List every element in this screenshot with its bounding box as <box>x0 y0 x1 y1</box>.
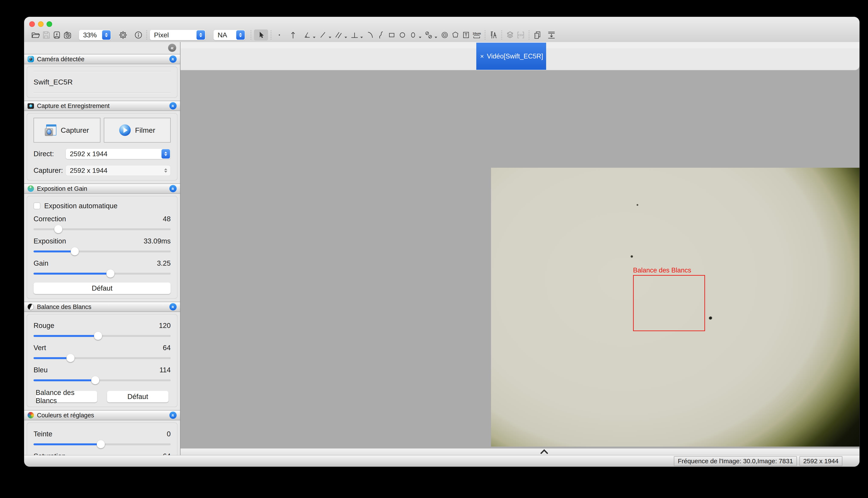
arrow-tool-icon[interactable] <box>288 29 298 41</box>
capture-panel-body: Capturer Filmer Direct: 2592 x 1944 Cap <box>27 113 178 181</box>
calibrate-tool-icon[interactable] <box>488 29 499 41</box>
divider <box>34 71 171 71</box>
perpendicular-tool-dropdown-icon[interactable] <box>360 37 363 38</box>
white-balance-panel-body: Rouge 120 Vert 64 Bleu 114 <box>27 314 178 407</box>
export-csv-icon[interactable]: CSV <box>515 29 526 41</box>
correction-slider[interactable] <box>34 224 171 234</box>
blue-slider[interactable] <box>34 375 171 385</box>
panel-header-colors[interactable]: Couleurs et réglages « <box>24 410 180 420</box>
correction-slider-thumb[interactable] <box>54 225 62 233</box>
zoom-level-value: 33% <box>79 31 102 39</box>
gain-label: Gain <box>34 259 49 267</box>
panel-header-white-balance[interactable]: Balance des Blancs « <box>24 302 180 312</box>
collapse-panel-button[interactable]: « <box>169 55 177 63</box>
open-file-icon[interactable] <box>30 29 41 41</box>
exposure-slider[interactable] <box>34 246 171 257</box>
correction-label: Correction <box>34 215 66 223</box>
red-label: Rouge <box>34 322 54 330</box>
scale-bar-tool-icon[interactable]: 10um <box>471 29 482 41</box>
save-icon[interactable] <box>41 29 51 41</box>
line-tool-dropdown-icon[interactable] <box>329 37 331 38</box>
close-tab-icon[interactable]: × <box>480 53 484 60</box>
unit-select[interactable]: Pixel <box>150 30 206 40</box>
info-icon[interactable] <box>133 29 144 41</box>
cursor-tool-icon[interactable] <box>254 29 268 41</box>
red-slider-thumb[interactable] <box>94 332 102 340</box>
camera-panel-body: Swift_EC5R <box>27 66 178 98</box>
parallel-tool-dropdown-icon[interactable] <box>345 37 347 38</box>
timed-capture-icon[interactable] <box>62 29 73 41</box>
red-slider[interactable] <box>34 331 171 341</box>
perpendicular-tool-icon[interactable] <box>349 29 360 41</box>
app-window: 33% Pixel NA <box>24 17 859 467</box>
hue-slider[interactable] <box>34 439 171 449</box>
gain-slider-thumb[interactable] <box>106 270 114 278</box>
circle-tool-icon[interactable] <box>397 29 408 41</box>
white-balance-roi[interactable] <box>633 275 705 331</box>
arc-tool-icon[interactable] <box>365 29 376 41</box>
line-tool-icon[interactable] <box>318 29 328 41</box>
bottom-panel-toggle[interactable] <box>180 448 859 456</box>
capture-resolution-select[interactable]: 2592 x 1944 <box>66 165 171 176</box>
zoom-window-button[interactable] <box>47 21 52 27</box>
record-video-button[interactable]: Filmer <box>104 118 171 143</box>
polygon-tool-icon[interactable] <box>450 29 461 41</box>
collapse-panel-button[interactable]: « <box>169 303 177 311</box>
white-balance-button[interactable]: Balance des Blancs <box>36 391 97 403</box>
rectangle-tool-icon[interactable] <box>386 29 397 41</box>
panel-header-capture[interactable]: Capture et Enregistrement « <box>24 101 180 111</box>
toolbar-separator <box>528 30 529 40</box>
text-tool-icon[interactable] <box>461 29 471 41</box>
close-window-button[interactable] <box>29 21 35 27</box>
settings-gear-icon[interactable] <box>118 29 128 41</box>
green-value: 64 <box>163 344 171 352</box>
linked-circles-tool-icon[interactable] <box>423 29 434 41</box>
saturation-value: 64 <box>163 452 171 455</box>
magnification-select[interactable]: NA <box>213 30 245 40</box>
collapse-panel-button[interactable]: « <box>169 185 177 192</box>
angle-tool-dropdown-icon[interactable] <box>313 37 316 38</box>
live-video-frame[interactable]: Balance des Blancs <box>491 168 859 447</box>
export-image-icon[interactable] <box>546 29 557 41</box>
ellipse-tool-icon[interactable] <box>408 29 418 41</box>
linked-circles-dropdown-icon[interactable] <box>435 37 437 38</box>
green-slider-thumb[interactable] <box>66 354 75 362</box>
layers-icon[interactable] <box>505 29 515 41</box>
blue-slider-thumb[interactable] <box>91 376 99 384</box>
snapshot-icon <box>45 124 56 136</box>
saturation-label: Saturation <box>34 452 66 455</box>
video-canvas: Balance des Blancs <box>180 70 859 466</box>
panel-header-exposure[interactable]: Exposition et Gain « <box>24 183 180 194</box>
angle-tool-icon[interactable] <box>302 29 312 41</box>
capture-photo-button[interactable]: Capturer <box>34 118 100 143</box>
auto-exposure-checkbox[interactable] <box>34 202 40 209</box>
hue-value: 0 <box>167 430 171 438</box>
gain-slider[interactable] <box>34 268 171 279</box>
live-resolution-select[interactable]: 2592 x 1944 <box>66 148 171 159</box>
tab-video[interactable]: × Vidéo[Swift_EC5R] <box>476 43 546 70</box>
minimize-window-button[interactable] <box>38 21 43 27</box>
zoom-level-select[interactable]: 33% <box>79 30 111 40</box>
duplicate-icon[interactable] <box>532 29 543 41</box>
exposure-slider-thumb[interactable] <box>71 247 79 255</box>
hue-slider-thumb[interactable] <box>97 440 105 448</box>
parallel-lines-tool-icon[interactable] <box>333 29 344 41</box>
collapse-sidebar-button[interactable]: « <box>168 44 176 52</box>
divider <box>34 93 171 93</box>
point-tool-icon[interactable] <box>274 29 285 41</box>
zoom-stepper-icon <box>102 30 111 40</box>
hue-label: Teinte <box>34 430 52 438</box>
ellipse-tool-dropdown-icon[interactable] <box>419 37 421 38</box>
collapse-panel-button[interactable]: « <box>169 102 177 109</box>
curve-tool-icon[interactable] <box>376 29 386 41</box>
concentric-circles-tool-icon[interactable] <box>439 29 450 41</box>
camera-name[interactable]: Swift_EC5R <box>34 78 171 86</box>
panel-header-camera[interactable]: Caméra détectée « <box>24 54 180 64</box>
save-burst-icon[interactable] <box>51 29 62 41</box>
collapse-panel-button[interactable]: « <box>169 411 177 419</box>
white-balance-default-button[interactable]: Défaut <box>107 391 168 403</box>
default-button-label: Défaut <box>127 393 148 401</box>
exposure-default-button[interactable]: Défaut <box>34 283 171 294</box>
green-slider[interactable] <box>34 353 171 363</box>
capture-button-label: Capturer <box>61 126 89 134</box>
